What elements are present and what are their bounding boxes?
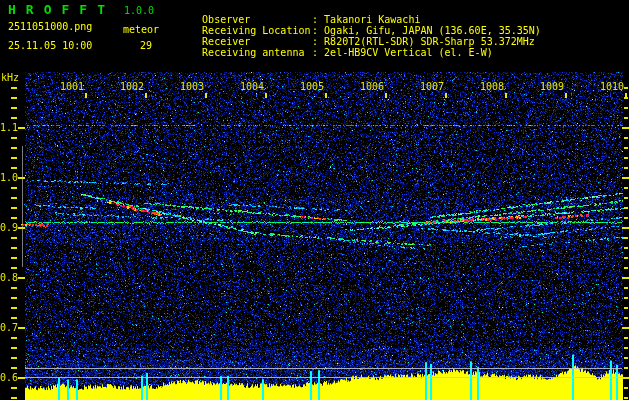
freq-tick-label: 1.1 (0, 122, 17, 133)
time-tick-label: 1007 (417, 81, 447, 92)
datetime-label: 25.11.05 10:00 (8, 41, 92, 51)
freq-tick-label: 1.0 (0, 172, 17, 183)
time-tick-label: 1001 (57, 81, 87, 92)
mode-label: meteor (123, 25, 159, 35)
time-tick-label: 1003 (177, 81, 207, 92)
time-tick-label: 1010 (597, 81, 627, 92)
freq-tick-label: 0.9 (0, 222, 17, 233)
time-tick-label: 1006 (357, 81, 387, 92)
time-tick-label: 1008 (477, 81, 507, 92)
time-tick-label: 1005 (297, 81, 327, 92)
info-row-antenna: Receiving antenna:2el-HB9CV Vertical (el… (178, 38, 493, 68)
time-tick-label: 1002 (117, 81, 147, 92)
info-label: Receiving antenna (202, 48, 312, 58)
info-colon: : (312, 48, 324, 58)
echo-count: 29 (140, 41, 152, 51)
freq-tick-label: 0.8 (0, 272, 17, 283)
hrofft-window: HROFFT 1.0.0 2511051000.png meteor 25.11… (0, 0, 629, 400)
freq-tick-label: 0.7 (0, 322, 17, 333)
freq-tick-label: 0.6 (0, 372, 17, 383)
info-value: 2el-HB9CV Vertical (el. E-W) (324, 47, 493, 58)
app-version: 1.0.0 (124, 6, 154, 16)
time-tick-label: 1004 (237, 81, 267, 92)
app-title: HROFFT (8, 4, 115, 16)
freq-axis-unit: kHz (1, 73, 19, 83)
time-tick-label: 1009 (537, 81, 567, 92)
output-filename: 2511051000.png (8, 22, 92, 32)
